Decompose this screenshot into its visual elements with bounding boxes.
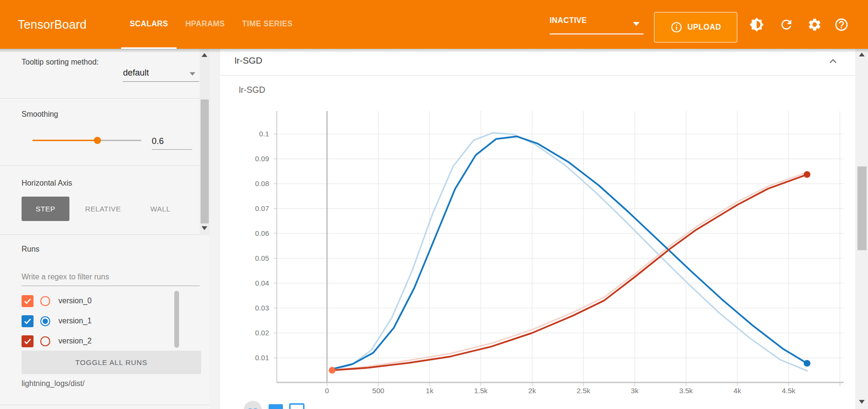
run-radio[interactable] — [40, 336, 50, 346]
y-tick-label: 0.07 — [237, 204, 269, 212]
upload-button[interactable]: UPLOAD — [654, 12, 737, 43]
tooltip-sorting-label: Tooltip sorting method: — [22, 56, 105, 67]
run-name: version_0 — [58, 297, 91, 305]
horizontal-axis-label: Horizontal Axis — [22, 179, 72, 188]
scroll-up-icon[interactable] — [202, 53, 207, 57]
header-tabs: SCALARSHPARAMSTIME SERIES — [121, 0, 301, 49]
caret-down-icon — [190, 72, 195, 76]
y-tick-label: 0.03 — [237, 304, 269, 312]
brightness-icon[interactable] — [748, 16, 765, 33]
settings-icon[interactable] — [806, 16, 823, 33]
inactive-dropdown[interactable]: INACTIVE — [550, 0, 643, 49]
y-tick-label: 0.1 — [237, 130, 269, 138]
run-name: version_1 — [58, 317, 91, 325]
divider — [0, 98, 200, 99]
axis-option-step[interactable]: STEP — [22, 197, 69, 221]
tab-scalars[interactable]: SCALARS — [121, 0, 177, 49]
y-tick-label: 0.02 — [237, 329, 269, 337]
axis-option-wall[interactable]: WALL — [141, 197, 180, 221]
slider-thumb[interactable] — [94, 137, 101, 144]
upload-button-label: UPLOAD — [688, 23, 721, 32]
run-checkbox[interactable] — [22, 315, 34, 327]
divider — [0, 234, 200, 235]
help-icon[interactable] — [833, 16, 849, 33]
scroll-up-icon[interactable] — [859, 53, 865, 56]
tensorboard-logo[interactable]: TensorBoard — [18, 0, 87, 49]
expand-chart-icon[interactable] — [269, 404, 283, 409]
y-tick-label: 0.08 — [237, 179, 269, 188]
y-tick-label: 0.01 — [237, 354, 269, 362]
sidebar-scrollbar[interactable] — [200, 49, 210, 235]
scroll-down-icon[interactable] — [202, 226, 207, 230]
smoothing-value-input[interactable] — [152, 133, 192, 150]
tag-group-header[interactable]: lr-SGD — [220, 49, 855, 76]
scroll-down-icon[interactable] — [859, 400, 865, 404]
refresh-icon[interactable] — [778, 16, 794, 33]
main-scrollbar-thumb[interactable] — [857, 166, 867, 250]
divider — [0, 405, 210, 405]
chart-title: lr-SGD — [239, 85, 265, 95]
tab-time-series[interactable]: TIME SERIES — [234, 0, 302, 49]
inactive-dropdown-value: INACTIVE — [550, 16, 587, 25]
run-selector-icon[interactable] — [244, 401, 262, 409]
slider-fill — [33, 140, 98, 141]
smoothing-slider[interactable] — [33, 136, 141, 144]
run-checkbox[interactable] — [22, 335, 34, 347]
runs-filter-input[interactable] — [22, 268, 200, 286]
sidebar-scrollbar-thumb[interactable] — [201, 99, 209, 223]
dropdown-underline — [550, 33, 643, 34]
tooltip-sorting-value: default — [123, 68, 149, 78]
run-radio[interactable] — [40, 296, 50, 306]
scalar-card: lr-SGD lr-SGD 0.010.020.030.040.050.060.… — [220, 49, 855, 409]
y-tick-label: 0.05 — [237, 254, 269, 262]
y-tick-label: 0.09 — [237, 155, 269, 163]
run-name: version_2 — [58, 337, 91, 345]
collapse-chevron-icon[interactable] — [826, 55, 840, 68]
divider — [0, 166, 200, 166]
tag-group-title: lr-SGD — [235, 55, 262, 66]
app-header: TensorBoard SCALARSHPARAMSTIME SERIES IN… — [0, 0, 868, 49]
run-radio[interactable] — [40, 316, 50, 326]
runs-label: Runs — [22, 245, 39, 254]
logdir-path: lightning_logs/dist/ — [22, 379, 85, 388]
toggle-all-runs-button[interactable]: TOGGLE ALL RUNS — [22, 351, 201, 374]
runs-list-scrollbar-thumb[interactable] — [174, 291, 179, 348]
main-scrollbar[interactable] — [856, 49, 868, 409]
y-tick-label: 0.04 — [237, 279, 269, 287]
tensorboard-app: { "header": { "logo": "TensorBoard", "bg… — [0, 0, 868, 409]
fullscreen-chart-icon[interactable] — [289, 403, 304, 409]
axis-option-relative[interactable]: RELATIVE — [77, 197, 129, 221]
run-checkbox[interactable] — [22, 295, 34, 307]
info-icon — [670, 21, 683, 33]
scalar-line-chart[interactable] — [274, 111, 846, 388]
tooltip-sorting-select[interactable]: default — [123, 62, 199, 82]
caret-down-icon — [633, 22, 640, 26]
tab-hparams[interactable]: HPARAMS — [177, 0, 234, 49]
y-tick-label: 0.06 — [237, 229, 269, 237]
smoothing-label: Smoothing — [22, 110, 58, 119]
settings-sidebar: Tooltip sorting method: default Smoothin… — [0, 49, 210, 409]
